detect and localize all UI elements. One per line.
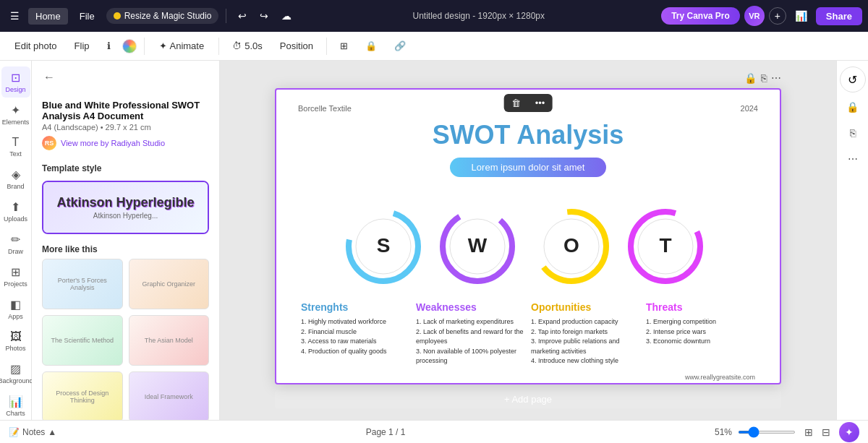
list-item: 2. Intense price wars bbox=[646, 327, 755, 337]
lock-button[interactable]: 🔒 bbox=[359, 38, 383, 54]
sidebar-item-photos[interactable]: 🖼 Photos bbox=[1, 326, 30, 356]
add-collaborator-button[interactable]: + bbox=[769, 7, 786, 25]
edit-photo-button[interactable]: Edit photo bbox=[9, 38, 63, 54]
animate-sparkle-icon: ✦ bbox=[159, 40, 167, 51]
layout-buttons: ⊞ ⊟ bbox=[801, 425, 833, 439]
zoom-slider[interactable] bbox=[738, 431, 796, 434]
grid-button[interactable]: ⊞ bbox=[334, 38, 354, 54]
rs-more-button[interactable]: ⋯ bbox=[841, 147, 864, 171]
sidebar-design-label: Design bbox=[5, 86, 25, 93]
status-bar: 📝 Notes ▲ Page 1 / 1 51% ⊞ ⊟ ✦ bbox=[0, 420, 868, 443]
info-button[interactable]: ℹ bbox=[101, 38, 116, 54]
link-button[interactable]: 🔗 bbox=[388, 38, 412, 54]
try-canva-pro-button[interactable]: Try Canva Pro bbox=[661, 7, 740, 25]
svg-text:S: S bbox=[377, 234, 391, 257]
sidebar-item-charts[interactable]: 📊 Charts bbox=[1, 390, 30, 420]
left-sidebar: ⊡ Design ✦ Elements T Text ◈ Brand ⬆ Upl… bbox=[0, 61, 32, 420]
undo-button[interactable]: ↩ bbox=[234, 7, 251, 25]
canvas-more-button[interactable]: ⋯ bbox=[771, 72, 781, 84]
template-thumb-1[interactable]: Porter's 5 Forces Analysis bbox=[42, 259, 123, 309]
list-item: 3. Non available of 100% polyester proce… bbox=[416, 347, 525, 366]
design-panel: ← Blue and White Professional SWOT Analy… bbox=[32, 61, 220, 420]
cloud-sync-button[interactable]: ☁ bbox=[277, 7, 296, 25]
template-grid: Porter's 5 Forces Analysis Graphic Organ… bbox=[32, 259, 219, 420]
canvas-copy-button[interactable]: ⎘ bbox=[761, 72, 767, 84]
sidebar-item-draw[interactable]: ✏ Draw bbox=[1, 228, 30, 259]
sidebar-text-label: Text bbox=[9, 150, 22, 158]
template-thumb-4[interactable]: The Asian Model bbox=[129, 315, 210, 366]
list-item: 2. Lack of benefits and reward for the e… bbox=[416, 327, 525, 347]
opportunities-items: 1. Expand production capacity 2. Tap int… bbox=[531, 317, 640, 366]
position-button[interactable]: Position bbox=[274, 38, 319, 54]
s-circle-wrap: S bbox=[340, 203, 434, 290]
resize-magic-button[interactable]: Resize & Magic Studio bbox=[106, 8, 219, 24]
sidebar-item-projects[interactable]: ⊞ Projects bbox=[1, 261, 30, 292]
color-picker[interactable] bbox=[122, 39, 137, 53]
menu-button[interactable]: ☰ bbox=[6, 7, 24, 25]
threats-section: Threats 1. Emerging competition 2. Inten… bbox=[646, 301, 755, 366]
flip-button[interactable]: Flip bbox=[69, 38, 95, 54]
separator bbox=[226, 9, 226, 23]
duration-button[interactable]: ⏱ 5.0s bbox=[226, 38, 268, 54]
opportunities-title: Oportunities bbox=[531, 301, 640, 313]
threats-items: 1. Emerging competition 2. Intense price… bbox=[646, 317, 755, 347]
list-view-button[interactable]: ⊟ bbox=[819, 425, 833, 439]
swot-circles: S W bbox=[298, 203, 758, 290]
rs-copy-button[interactable]: ⎘ bbox=[841, 121, 864, 145]
canvas-lock-button[interactable]: 🔒 bbox=[744, 72, 757, 84]
canvas[interactable]: 🗑 ••• Borcelle Textile 2024 SWOT Analysi… bbox=[275, 88, 781, 384]
list-item: 1. Emerging competition bbox=[646, 317, 755, 327]
refresh-button[interactable]: ↺ bbox=[840, 66, 866, 93]
sidebar-draw-label: Draw bbox=[8, 248, 23, 255]
canvas-content: Borcelle Textile 2024 SWOT Analysis Lore… bbox=[276, 90, 780, 384]
sidebar-item-uploads[interactable]: ⬆ Uploads bbox=[1, 196, 30, 227]
sidebar-item-brand[interactable]: ◈ Brand bbox=[1, 163, 30, 194]
list-item: 4. Production of quality goods bbox=[301, 347, 410, 357]
author-link[interactable]: View more by Radiyah Studio bbox=[61, 139, 165, 147]
projects-icon: ⊞ bbox=[11, 265, 20, 279]
sidebar-item-text[interactable]: T Text bbox=[1, 132, 30, 162]
template-thumb-2[interactable]: Graphic Organizer bbox=[129, 259, 210, 309]
notes-button[interactable]: 📝 Notes ▲ bbox=[9, 427, 56, 437]
design-icon: ⊡ bbox=[11, 71, 20, 85]
template-thumb-5[interactable]: Process of Design Thinking bbox=[42, 371, 123, 420]
delete-image-button[interactable]: 🗑 bbox=[504, 94, 528, 112]
canvas-year: 2024 bbox=[741, 104, 758, 113]
charts-icon: 📊 bbox=[9, 395, 23, 408]
template-style-label: Template style bbox=[32, 158, 219, 178]
animate-button[interactable]: ✦ Animate bbox=[152, 38, 212, 54]
redo-button[interactable]: ↪ bbox=[255, 7, 273, 25]
elements-icon: ✦ bbox=[11, 103, 20, 117]
magic-button[interactable]: ✦ bbox=[839, 422, 859, 442]
avatar: VR bbox=[744, 6, 765, 26]
template-thumb-6[interactable]: Ideal Framework bbox=[129, 371, 210, 420]
rs-lock-button[interactable]: 🔒 bbox=[841, 95, 864, 119]
template-thumb-3[interactable]: The Scientific Method bbox=[42, 315, 123, 366]
template-font-preview[interactable]: Atkinson Hyperlegible Atkinson Hyperleg.… bbox=[42, 181, 209, 234]
zoom-level: 51% bbox=[715, 427, 732, 437]
opportunities-section: Oportunities 1. Expand production capaci… bbox=[531, 301, 640, 366]
o-circle-wrap: O bbox=[528, 203, 622, 290]
grid-view-button[interactable]: ⊞ bbox=[801, 425, 816, 439]
home-menu-item[interactable]: Home bbox=[28, 8, 68, 25]
template-title: Blue and White Professional SWOT Analysi… bbox=[32, 91, 219, 123]
rs-more-icon: ⋯ bbox=[848, 153, 858, 165]
brand-icon: ◈ bbox=[12, 168, 20, 181]
more-image-button[interactable]: ••• bbox=[528, 94, 553, 112]
sidebar-item-background[interactable]: ▨ Background bbox=[1, 358, 30, 389]
file-menu-item[interactable]: File bbox=[72, 8, 102, 25]
list-item: 1. Lack of marketing expenditures bbox=[416, 317, 525, 327]
sidebar-item-apps[interactable]: ◧ Apps bbox=[1, 293, 30, 324]
share-button[interactable]: Share bbox=[816, 7, 862, 25]
template-4-label: The Asian Model bbox=[145, 337, 193, 344]
analytics-button[interactable]: 📊 bbox=[791, 7, 812, 25]
panel-back-button[interactable]: ← bbox=[42, 69, 56, 85]
add-page-button[interactable]: + Add page bbox=[275, 390, 781, 408]
list-view-icon: ⊟ bbox=[822, 426, 830, 438]
template-3-label: The Scientific Method bbox=[51, 337, 114, 344]
sidebar-background-label: Background bbox=[0, 377, 33, 384]
sidebar-photos-label: Photos bbox=[5, 345, 25, 352]
sidebar-item-design[interactable]: ⊡ Design bbox=[1, 66, 30, 98]
canvas-main-title: SWOT Analysis bbox=[298, 120, 758, 150]
sidebar-item-elements[interactable]: ✦ Elements bbox=[1, 99, 30, 130]
